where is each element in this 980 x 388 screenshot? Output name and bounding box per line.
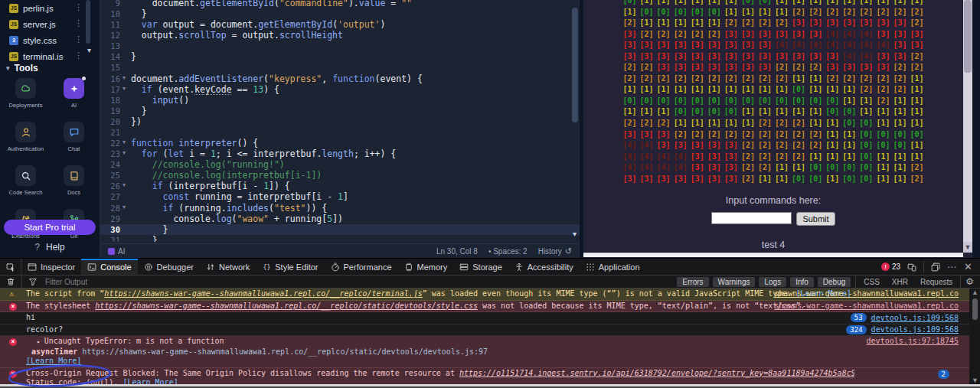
tab-style-editor[interactable]: {}Style Editor	[256, 259, 324, 275]
code-line-28[interactable]: 28▼ if (running.includes("test")) {	[100, 203, 580, 214]
file-menu-kebab-icon[interactable]: ⋮	[74, 18, 83, 28]
code-line-30[interactable]: 30 }	[100, 224, 580, 235]
tab-accessibility[interactable]: Accessibility	[508, 259, 580, 275]
tools-section-header[interactable]: ▾ Tools	[6, 63, 38, 73]
code-line-12[interactable]: 12 output.scrollTop = output.scrollHeigh…	[100, 30, 580, 41]
source-location-link[interactable]: shawns-war-game--shawnmalluwawa1.repl.co	[774, 302, 959, 310]
responsive-design-mode-icon[interactable]	[907, 262, 916, 272]
file-menu-kebab-icon[interactable]: ⋮	[74, 51, 83, 60]
filter-link-css[interactable]: CSS	[861, 278, 883, 286]
tool-docs[interactable]: Docs	[50, 165, 98, 196]
indent-setting[interactable]: • Spaces: 2	[488, 247, 528, 256]
code-line-14[interactable]: 14}	[100, 51, 580, 62]
tool-chat[interactable]: Chat	[50, 122, 98, 152]
tab-memory[interactable]: Memory	[398, 259, 454, 275]
files-scrollbar[interactable]	[86, 0, 90, 44]
file-item-style.css[interactable]: 3style.css⋮	[0, 32, 100, 48]
code-line-18[interactable]: 18 input()	[100, 95, 580, 106]
ai-status-chip[interactable]: AI	[108, 247, 125, 256]
clear-console-icon[interactable]	[6, 277, 15, 286]
source-location-link[interactable]: devtools.js:109:568	[871, 325, 959, 334]
editor-scrollbar[interactable]	[572, 8, 578, 230]
file-menu-kebab-icon[interactable]: ⋮	[74, 34, 83, 44]
tab-performance[interactable]: Performance	[325, 259, 398, 275]
scroll-down-icon[interactable]: ▼	[972, 377, 978, 384]
filter-output-input[interactable]	[44, 277, 212, 287]
learn-more-link[interactable]: [Learn More]	[26, 357, 81, 365]
resource-url-link[interactable]: https://shawns-war-game--shawnmalluwawa1…	[104, 289, 422, 298]
code-line-17[interactable]: 17▼ if (event.keyCode == 13) {	[100, 84, 580, 95]
code-line-16[interactable]: 16▼document.addEventListener("keypress",…	[100, 73, 580, 84]
tool-code-search[interactable]: Code Search	[2, 165, 50, 196]
code-line-20[interactable]: 20})	[100, 116, 580, 127]
code-line-29[interactable]: 29 console.log("waow" + running[5])	[100, 214, 580, 224]
scroll-up-icon[interactable]: ▲	[972, 289, 978, 296]
tool-authentication[interactable]: Authentication	[2, 122, 50, 152]
fold-chevron-icon[interactable]: ▼	[122, 139, 126, 145]
tab-inspector[interactable]: Inspector	[21, 259, 81, 275]
source-location-link[interactable]: shawns-war-game--shawnmalluwawa1.repl.co	[774, 289, 959, 298]
code-line-9[interactable]: 9 document.getElementById("commandline")…	[100, 0, 580, 8]
code-line-23[interactable]: 23▼ for (let i = 1; i <= interpretbuf.le…	[100, 148, 580, 159]
source-location-link[interactable]: devtools.js:109:568	[871, 314, 959, 322]
history-button[interactable]: History ↺	[538, 246, 572, 256]
file-item-perlin.js[interactable]: JSperlin.js⋮	[0, 0, 100, 16]
filter-button-errors[interactable]: Errors	[677, 277, 708, 287]
close-devtools-icon[interactable]: ✕	[964, 261, 972, 272]
filter-button-info[interactable]: Info	[790, 277, 814, 287]
filter-link-xhr[interactable]: XHR	[889, 278, 911, 286]
fold-chevron-icon[interactable]: ▼	[122, 86, 126, 92]
fold-chevron-icon[interactable]: ▼	[122, 75, 126, 81]
resource-url-link[interactable]: https://o1151714.ingest.sentry.io/api/63…	[459, 369, 854, 377]
code-line-24[interactable]: 24 //console.log("running!")	[100, 159, 580, 170]
code-line-21[interactable]: 21	[100, 127, 580, 138]
source-location-link[interactable]: devtools.js:97:18745	[867, 337, 959, 345]
code-line-22[interactable]: 22▼function interpreter() {	[100, 138, 580, 148]
fold-chevron-icon[interactable]: ▼	[122, 204, 126, 210]
tab-network[interactable]: Network	[200, 259, 256, 275]
tab-storage[interactable]: Storage	[453, 259, 508, 275]
code-line-13[interactable]: 13	[100, 41, 580, 51]
tab-debugger[interactable]: Debugger	[138, 259, 200, 275]
fold-chevron-icon[interactable]: ▼	[122, 150, 126, 156]
pick-element-button[interactable]	[0, 259, 21, 275]
game-vertical-scrollbar[interactable]: ▼	[963, 0, 972, 253]
code-line-19[interactable]: 19 }	[100, 106, 580, 116]
tab-application[interactable]: Application	[580, 259, 646, 275]
error-count-badge[interactable]: ! 23	[881, 262, 900, 271]
help-button[interactable]: ? Help	[0, 240, 100, 255]
code-line-26[interactable]: 26▼ if (interpretbuf[i - 1]) {	[100, 181, 580, 191]
file-menu-kebab-icon[interactable]: ⋮	[74, 2, 83, 12]
fold-chevron-icon[interactable]: ▼	[122, 182, 126, 188]
meatball-menu-icon[interactable]: ⋯	[947, 262, 957, 272]
tab-label: Application	[599, 262, 640, 272]
files-collapse-icon[interactable]: ▾	[87, 46, 91, 54]
game-horizontal-scrollbar[interactable]	[583, 253, 963, 257]
scroll-down-icon[interactable]: ▼	[963, 242, 972, 253]
filter-button-warnings[interactable]: Warnings	[713, 277, 756, 287]
code-line-27[interactable]: 27 const running = interpretbuf[i - 1]	[100, 191, 580, 202]
code-line-11[interactable]: 11 var output = document.getElementById(…	[100, 19, 580, 30]
start-pro-trial-button[interactable]: Start Pro trial	[4, 220, 96, 235]
file-item-terminal.is[interactable]: JSterminal.is⋮	[0, 48, 100, 64]
console-settings-gear-icon[interactable]: ⚙	[965, 276, 974, 287]
console-scrollbar[interactable]: ▲ ▼	[970, 289, 980, 384]
code-line-10[interactable]: 10 }	[100, 8, 580, 19]
filter-button-debug[interactable]: Debug	[818, 277, 851, 287]
filter-link-requests[interactable]: Requests	[917, 278, 956, 286]
file-item-server.js[interactable]: JSserver.js⋮	[0, 16, 100, 32]
tab-console[interactable]: Console	[81, 259, 137, 275]
game-command-input[interactable]	[711, 212, 792, 224]
resource-url-link[interactable]: https://shawns-war-game--shawnmalluwawa1…	[95, 302, 478, 310]
code-line-25[interactable]: 25 //console.log(interpretbuf[i-1])	[100, 170, 580, 181]
iframe-picker-icon[interactable]	[931, 262, 940, 272]
code-editor[interactable]: 9 document.getElementById("commandline")…	[100, 0, 580, 258]
editor-scroll-down-icon[interactable]: ▾	[573, 230, 577, 238]
tool-ai[interactable]: AI	[50, 78, 98, 109]
game-submit-button[interactable]: Submit	[796, 212, 835, 226]
filter-button-logs[interactable]: Logs	[759, 277, 786, 287]
tool-deployments[interactable]: Deployments	[2, 78, 50, 109]
code-line-15[interactable]: 15	[100, 62, 580, 73]
code-line-31[interactable]: 31 }	[100, 235, 580, 242]
code-text: }	[131, 224, 168, 235]
